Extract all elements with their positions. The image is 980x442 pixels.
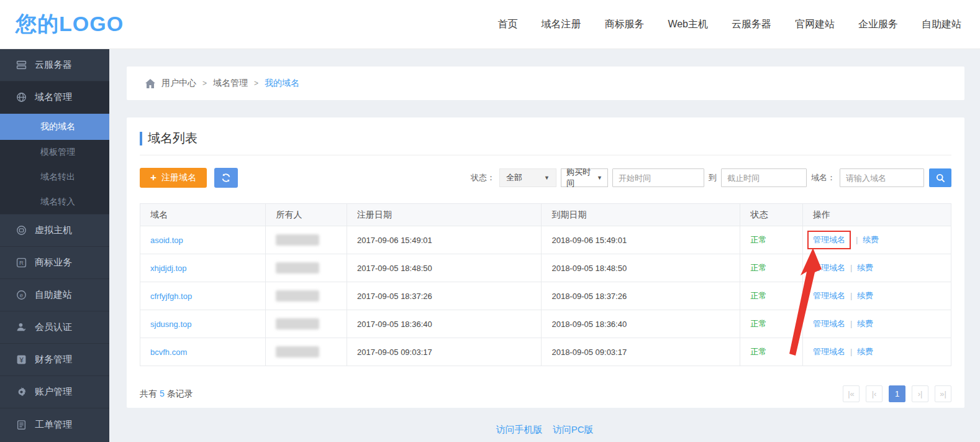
nav-trademark-service[interactable]: 商标服务 <box>604 18 644 31</box>
record-count-number: 5 <box>160 389 165 398</box>
sidebar-item-domain-transfer-out[interactable]: 域名转出 <box>0 165 109 190</box>
sidebar-item-label: 工单管理 <box>35 419 72 431</box>
page-footer: 访问手机版 访问PC版 <box>109 424 980 436</box>
renew-link[interactable]: 续费 <box>857 291 873 300</box>
sidebar-item-my-domains[interactable]: 我的域名 <box>0 114 109 140</box>
table-footer: 共有5条记录 |« |‹ 1 ›| »| <box>140 385 951 402</box>
sidebar-item-label: 虚拟主机 <box>35 224 72 236</box>
sidebar-item-tickets[interactable]: 工单管理 <box>0 408 109 441</box>
time-type-select[interactable]: 购买时间 ▼ <box>561 168 608 187</box>
sidebar-item-label: 商标业务 <box>35 257 72 269</box>
time-type-value: 购买时间 <box>566 167 597 189</box>
manage-domain-link[interactable]: 管理域名 <box>813 235 845 244</box>
sidebar-item-label: 云服务器 <box>35 59 72 71</box>
breadcrumb-domain-management[interactable]: 域名管理 <box>213 78 248 89</box>
sidebar-item-template-management[interactable]: 模板管理 <box>0 140 109 165</box>
domain-search-input[interactable] <box>840 168 924 187</box>
sidebar-item-self-build[interactable]: e 自助建站 <box>0 279 109 311</box>
table-row: bcvfh.com 2017-09-05 09:03:17 2018-09-05… <box>140 338 951 366</box>
manage-domain-link[interactable]: 管理域名 <box>813 263 845 272</box>
nav-domain-register[interactable]: 域名注册 <box>541 18 581 31</box>
manage-domain-link[interactable]: 管理域名 <box>813 291 845 300</box>
member-verify-icon <box>16 322 27 333</box>
domain-link[interactable]: asoid.top <box>150 236 183 245</box>
pagination-prev-button[interactable]: |‹ <box>866 385 882 402</box>
sidebar-item-member-verify[interactable]: 会员认证 <box>0 311 109 344</box>
pc-version-link[interactable]: 访问PC版 <box>553 424 594 435</box>
action-separator: | <box>850 291 852 300</box>
breadcrumb: 用户中心 > 域名管理 > 我的域名 <box>127 67 964 100</box>
registered-date: 2017-09-06 15:49:01 <box>357 236 432 245</box>
domain-link[interactable]: cfrfyjfgh.top <box>150 292 192 301</box>
breadcrumb-user-center[interactable]: 用户中心 <box>161 78 196 89</box>
nav-self-build[interactable]: 自助建站 <box>922 18 961 31</box>
sidebar-item-virtual-host[interactable]: 虚拟主机 <box>0 214 109 247</box>
refresh-button[interactable] <box>214 168 238 188</box>
search-button[interactable] <box>929 168 951 187</box>
domain-link[interactable]: bcvfh.com <box>150 348 187 357</box>
sidebar-item-label: 我的域名 <box>40 121 75 132</box>
breadcrumb-my-domains[interactable]: 我的域名 <box>265 78 299 89</box>
renew-link[interactable]: 续费 <box>863 235 879 244</box>
status-filter-label: 状态： <box>471 172 495 183</box>
sidebar-item-trademark-business[interactable]: R 商标业务 <box>0 247 109 279</box>
renew-link[interactable]: 续费 <box>857 347 873 356</box>
status-badge: 正常 <box>750 347 766 356</box>
pagination-next-button[interactable]: ›| <box>912 385 928 402</box>
table-row: asoid.top 2017-09-06 15:49:01 2018-09-06… <box>140 226 951 254</box>
mobile-version-link[interactable]: 访问手机版 <box>496 424 542 435</box>
svg-text:e: e <box>20 292 23 298</box>
chevron-down-icon: ▼ <box>597 175 602 181</box>
owner-redacted <box>276 290 319 302</box>
sidebar-item-domain-transfer-in[interactable]: 域名转入 <box>0 190 109 214</box>
sidebar-item-cloud-server[interactable]: 云服务器 <box>0 49 109 81</box>
annotation-highlight-box: 管理域名 <box>807 231 851 249</box>
record-count-suffix: 条记录 <box>167 389 193 398</box>
status-badge: 正常 <box>750 235 766 244</box>
nav-cloud-server[interactable]: 云服务器 <box>732 18 771 31</box>
end-date-input[interactable] <box>721 168 807 187</box>
toolbar: + 注册域名 状态： 全部 ▼ 购买时间 ▼ <box>140 168 951 188</box>
home-icon <box>145 79 155 88</box>
page: 您的LOGO 首页 域名注册 商标服务 Web主机 云服务器 官网建站 企业服务… <box>0 0 980 442</box>
sidebar-item-domain-management[interactable]: 域名管理 <box>0 81 109 114</box>
status-select[interactable]: 全部 ▼ <box>499 168 556 187</box>
nav-home[interactable]: 首页 <box>497 18 517 31</box>
nav-website-build[interactable]: 官网建站 <box>795 18 835 31</box>
renew-link[interactable]: 续费 <box>857 319 873 328</box>
col-header-status: 状态 <box>740 204 803 226</box>
start-date-input[interactable] <box>612 168 704 187</box>
table-row: xhjdjdj.top 2017-09-05 18:48:50 2018-09-… <box>140 254 951 282</box>
expire-date: 2018-09-05 18:37:26 <box>551 292 627 301</box>
main-content: 用户中心 > 域名管理 > 我的域名 域名列表 + 注册域名 状态： <box>109 49 980 442</box>
sidebar-item-finance[interactable]: ¥ 财务管理 <box>0 344 109 376</box>
nav-web-hosting[interactable]: Web主机 <box>668 18 708 31</box>
register-domain-button[interactable]: + 注册域名 <box>140 168 207 188</box>
register-domain-label: 注册域名 <box>161 172 196 183</box>
pagination-first-button[interactable]: |« <box>843 385 860 402</box>
expire-date: 2018-09-05 18:36:40 <box>551 320 627 329</box>
sidebar-item-label: 模板管理 <box>40 147 75 158</box>
nav-enterprise-service[interactable]: 企业服务 <box>858 18 898 31</box>
table-header-row: 域名 所有人 注册日期 到期日期 状态 操作 <box>140 204 951 226</box>
domain-table: 域名 所有人 注册日期 到期日期 状态 操作 asoid.top 2017-09… <box>140 203 951 366</box>
virtual-host-icon <box>16 225 27 236</box>
manage-domain-link[interactable]: 管理域名 <box>813 319 845 328</box>
sidebar-item-account[interactable]: 账户管理 <box>0 376 109 408</box>
manage-domain-link[interactable]: 管理域名 <box>813 347 845 356</box>
domain-link[interactable]: sjdusng.top <box>150 320 192 329</box>
pagination-last-button[interactable]: »| <box>935 385 951 402</box>
domain-link[interactable]: xhjdjdj.top <box>150 264 187 273</box>
action-separator: | <box>850 319 852 328</box>
logo[interactable]: 您的LOGO <box>16 10 124 39</box>
registered-date: 2017-09-05 18:36:40 <box>357 320 432 329</box>
col-header-registered: 注册日期 <box>347 204 542 226</box>
col-header-domain: 域名 <box>140 204 266 226</box>
status-badge: 正常 <box>750 319 766 328</box>
renew-link[interactable]: 续费 <box>857 263 873 272</box>
domain-list-card: 域名列表 + 注册域名 状态： 全部 ▼ 购买时间 <box>127 117 964 408</box>
pagination-page-1[interactable]: 1 <box>889 385 905 402</box>
sidebar-item-label: 域名管理 <box>35 91 72 103</box>
status-badge: 正常 <box>750 291 766 300</box>
col-header-expires: 到期日期 <box>542 204 740 226</box>
